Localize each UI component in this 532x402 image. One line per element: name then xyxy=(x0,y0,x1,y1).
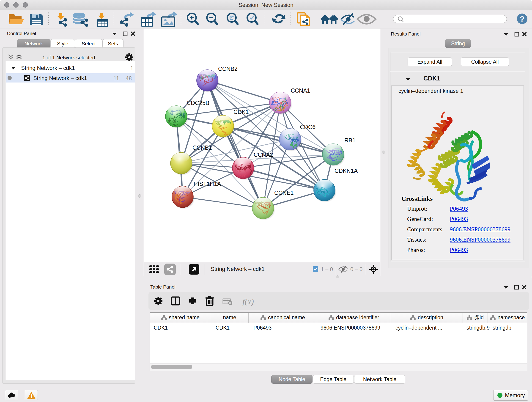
svg-text:RB1: RB1 xyxy=(344,137,355,143)
svg-text:CDKN1A: CDKN1A xyxy=(335,167,358,174)
svg-text:CDC6: CDC6 xyxy=(300,124,316,130)
svg-text:CDC25B: CDC25B xyxy=(187,100,209,106)
svg-text:CCNE1: CCNE1 xyxy=(274,190,294,196)
svg-text:CCNB1: CCNB1 xyxy=(192,144,212,151)
svg-text:HIST1H1A: HIST1H1A xyxy=(194,181,221,187)
svg-text:CCNA1: CCNA1 xyxy=(291,87,310,94)
svg-text:CCNB2: CCNB2 xyxy=(218,65,238,72)
svg-text:CCNA2: CCNA2 xyxy=(254,152,273,158)
svg-text:CDK1: CDK1 xyxy=(234,109,249,115)
